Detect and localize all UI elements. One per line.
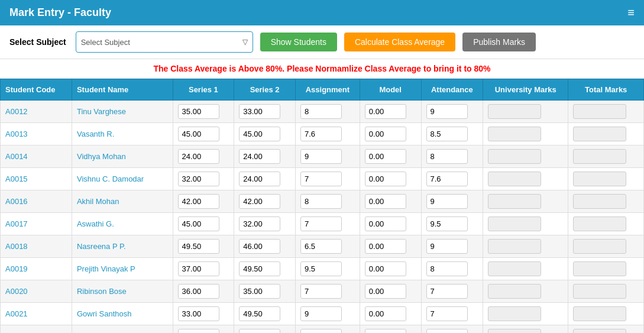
model-input[interactable] [365, 306, 406, 321]
series2-input[interactable] [239, 284, 280, 299]
university-input[interactable] [488, 306, 541, 321]
attendance-input[interactable] [426, 261, 468, 276]
attendance-input[interactable] [426, 216, 468, 231]
table-row: A0022ABRAHAM SHOWRY [1, 325, 644, 334]
university-input[interactable] [488, 239, 541, 254]
assignment-input[interactable] [300, 216, 342, 231]
total-marks-cell [568, 303, 644, 325]
total-input[interactable] [573, 104, 626, 119]
model-input[interactable] [365, 127, 406, 141]
university-input[interactable] [488, 216, 541, 231]
series2-input[interactable] [239, 216, 280, 231]
series1-input[interactable] [178, 104, 219, 119]
total-input[interactable] [573, 239, 626, 254]
total-input[interactable] [573, 127, 626, 141]
series2-input[interactable] [239, 306, 280, 321]
total-input[interactable] [573, 172, 626, 186]
model-input[interactable] [365, 194, 406, 209]
university-input[interactable] [488, 127, 541, 141]
total-input[interactable] [573, 306, 626, 321]
assignment-input[interactable] [300, 149, 342, 164]
series2-input[interactable] [239, 329, 280, 333]
university-input[interactable] [488, 149, 541, 164]
menu-icon[interactable]: ≡ [627, 6, 635, 20]
series1-input[interactable] [178, 239, 219, 254]
university-input[interactable] [488, 172, 541, 186]
total-input[interactable] [573, 216, 626, 231]
table-row: A0019Prejith Vinayak P [1, 258, 644, 280]
series1-input[interactable] [178, 194, 219, 209]
assignment-input[interactable] [300, 306, 342, 321]
attendance-cell [421, 101, 483, 123]
assignment-input[interactable] [300, 104, 342, 119]
publish-marks-button[interactable]: Publish Marks [462, 33, 536, 51]
attendance-cell [421, 123, 483, 146]
series1-input[interactable] [178, 261, 219, 276]
assignment-input[interactable] [300, 261, 342, 276]
series1-cell [173, 146, 234, 168]
total-input[interactable] [573, 194, 626, 209]
university-input[interactable] [488, 261, 541, 276]
series1-input[interactable] [178, 172, 219, 186]
model-input[interactable] [365, 172, 406, 186]
attendance-input[interactable] [426, 127, 468, 141]
assignment-input[interactable] [300, 329, 342, 333]
series1-input[interactable] [178, 149, 219, 164]
subject-select[interactable]: Select Subject ▽ [76, 31, 253, 53]
model-input[interactable] [365, 261, 406, 276]
assignment-input[interactable] [300, 127, 342, 141]
total-marks-cell [568, 325, 644, 334]
series2-input[interactable] [239, 261, 280, 276]
series1-cell [173, 190, 234, 213]
university-input[interactable] [488, 329, 541, 333]
university-marks-cell [483, 190, 568, 213]
assignment-input[interactable] [300, 172, 342, 186]
total-input[interactable] [573, 149, 626, 164]
total-input[interactable] [573, 284, 626, 299]
attendance-input[interactable] [426, 284, 468, 299]
series2-input[interactable] [239, 239, 280, 254]
attendance-cell [421, 325, 483, 334]
model-input[interactable] [365, 104, 406, 119]
series1-input[interactable] [178, 127, 219, 141]
series2-cell [234, 280, 296, 303]
attendance-input[interactable] [426, 329, 468, 333]
assignment-input[interactable] [300, 194, 342, 209]
series1-input[interactable] [178, 216, 219, 231]
attendance-input[interactable] [426, 194, 468, 209]
marks-table-wrapper: Student Code Student Name Series 1 Serie… [0, 79, 644, 333]
show-students-button[interactable]: Show Students [260, 33, 337, 51]
calculate-average-button[interactable]: Calculate Class Average [344, 33, 455, 51]
total-input[interactable] [573, 329, 626, 333]
series1-input[interactable] [178, 284, 219, 299]
series2-input[interactable] [239, 194, 280, 209]
model-cell [360, 235, 421, 258]
attendance-cell [421, 258, 483, 280]
model-input[interactable] [365, 216, 406, 231]
series2-input[interactable] [239, 127, 280, 141]
series1-input[interactable] [178, 306, 219, 321]
table-row: A0017Aswathi G. [1, 213, 644, 235]
attendance-input[interactable] [426, 172, 468, 186]
series2-input[interactable] [239, 104, 280, 119]
series1-cell [173, 303, 234, 325]
university-input[interactable] [488, 194, 541, 209]
model-input[interactable] [365, 284, 406, 299]
model-input[interactable] [365, 329, 406, 333]
attendance-input[interactable] [426, 239, 468, 254]
university-input[interactable] [488, 104, 541, 119]
series2-cell [234, 213, 296, 235]
series2-input[interactable] [239, 172, 280, 186]
series2-input[interactable] [239, 149, 280, 164]
total-input[interactable] [573, 261, 626, 276]
model-input[interactable] [365, 149, 406, 164]
attendance-input[interactable] [426, 149, 468, 164]
attendance-input[interactable] [426, 104, 468, 119]
assignment-input[interactable] [300, 284, 342, 299]
model-input[interactable] [365, 239, 406, 254]
university-input[interactable] [488, 284, 541, 299]
series1-input[interactable] [178, 329, 219, 333]
assignment-input[interactable] [300, 239, 342, 254]
series1-cell [173, 101, 234, 123]
attendance-input[interactable] [426, 306, 468, 321]
